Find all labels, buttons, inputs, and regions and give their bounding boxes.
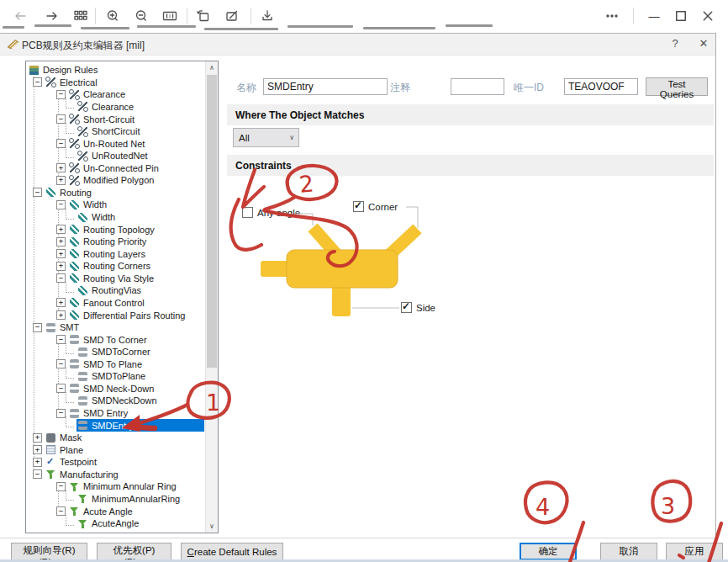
tree-node[interactable]: Manufacturing — [28, 469, 204, 481]
tree-expander[interactable] — [56, 237, 66, 247]
tree-node[interactable]: Plane — [28, 443, 204, 456]
cancel-button[interactable]: 取消 — [600, 543, 657, 560]
scope-dropdown[interactable]: All ∨ — [233, 128, 299, 147]
tree-expander[interactable] — [56, 139, 66, 148]
any-angle-checkbox[interactable] — [242, 207, 253, 218]
unique-id-input[interactable] — [564, 78, 638, 95]
tree-node[interactable]: SMDEntry — [28, 419, 204, 432]
tree-node[interactable]: SMDToCorner — [28, 346, 204, 358]
ok-button[interactable]: 确定 — [520, 543, 577, 560]
tree-node[interactable]: SMD To Plane — [28, 358, 204, 371]
corner-checkbox[interactable] — [353, 201, 364, 212]
more-icon[interactable] — [602, 6, 622, 26]
tree-expander[interactable] — [56, 249, 66, 258]
tree-node[interactable]: SMD To Corner — [28, 333, 204, 346]
tree-expander[interactable] — [56, 90, 66, 99]
tree-node[interactable]: Un-Connected Pin — [28, 162, 204, 175]
download-icon[interactable] — [257, 6, 277, 26]
tree-node[interactable]: Short-Circuit — [28, 113, 204, 125]
side-checkbox[interactable] — [401, 302, 412, 313]
minimize-icon[interactable]: — — [644, 6, 664, 26]
tree-expander[interactable] — [33, 323, 42, 332]
close-window-icon[interactable] — [698, 6, 718, 26]
tree-node[interactable]: SMD Entry — [28, 407, 204, 420]
tree-node[interactable]: Fanout Control — [28, 297, 204, 310]
tree-node[interactable]: Width — [28, 199, 204, 211]
help-button[interactable]: ? — [667, 37, 683, 52]
zoom-in-icon[interactable] — [103, 6, 123, 26]
tree-node[interactable]: SMD Neck-Down — [28, 383, 204, 395]
tree-node[interactable]: Routing Topology — [28, 223, 204, 236]
tree-node[interactable]: RoutingVias — [28, 284, 204, 297]
tree-expander[interactable] — [56, 176, 66, 185]
tree-expander[interactable] — [56, 114, 66, 124]
grid-view-icon[interactable] — [71, 6, 91, 26]
tree-node[interactable]: Mask — [28, 432, 204, 444]
rule-wizard-button[interactable]: 规则向导(R) (R)... — [11, 543, 87, 560]
tree-expander[interactable] — [33, 188, 42, 197]
tree-expander[interactable] — [56, 200, 66, 209]
tree-expander[interactable] — [56, 482, 66, 491]
tree-node[interactable]: Modified Polygon — [28, 174, 204, 187]
tree-expander[interactable] — [56, 310, 66, 320]
tree-node[interactable]: Clearance — [28, 88, 204, 101]
tree-node[interactable]: Width — [28, 211, 204, 224]
scroll-down-icon[interactable]: ∨ — [206, 520, 218, 533]
tree-expander[interactable] — [56, 298, 66, 307]
tree-node[interactable]: Routing Corners — [28, 260, 204, 273]
tree-node[interactable]: Clearance — [28, 101, 204, 114]
name-input[interactable] — [263, 78, 388, 95]
tree-node[interactable]: Acute Angle — [28, 505, 204, 517]
apply-button[interactable]: 应用 — [666, 543, 723, 560]
tree-node[interactable]: Differential Pairs Routing — [28, 309, 204, 321]
tree-node[interactable]: Design Rules — [28, 64, 204, 77]
tree-node[interactable]: SMDToPlane — [28, 370, 204, 383]
scrollbar-thumb[interactable] — [207, 75, 217, 368]
maximize-icon[interactable] — [671, 6, 691, 26]
tree-expander[interactable] — [56, 225, 66, 234]
tree-node[interactable]: MinimumAnnularRing — [28, 493, 204, 506]
tree-node[interactable]: Testpoint — [28, 456, 204, 469]
tree-node[interactable]: Routing Priority — [28, 236, 204, 248]
tree-node[interactable]: Routing Layers — [28, 247, 204, 260]
tree-expander[interactable] — [56, 335, 66, 344]
tree-node[interactable]: AcuteAngle — [28, 517, 204, 530]
tree-node[interactable]: Routing Via Style — [28, 273, 204, 285]
tree-expander[interactable] — [33, 433, 42, 443]
any-angle-option[interactable]: Any angle — [242, 207, 300, 218]
tree-expander[interactable] — [56, 262, 66, 271]
zoom-out-icon[interactable] — [131, 6, 151, 26]
tree-expander[interactable] — [33, 445, 42, 454]
tree-expander[interactable] — [56, 409, 66, 418]
tree-node[interactable]: SMT — [28, 321, 204, 334]
create-default-rules-button[interactable]: Create Default Rules — [181, 543, 283, 560]
tree-expander[interactable] — [56, 163, 66, 172]
side-option[interactable]: Side — [401, 302, 435, 313]
edit-page-icon[interactable] — [222, 6, 242, 26]
rotate-page-icon[interactable] — [193, 6, 214, 26]
tree-scrollbar[interactable]: ∧ ∨ — [205, 61, 218, 533]
corner-option[interactable]: Corner — [353, 201, 398, 212]
tree-node[interactable]: ShortCircuit — [28, 125, 204, 138]
tree-node[interactable]: UnRoutedNet — [28, 150, 204, 162]
dialog-close-button[interactable]: ✕ — [696, 37, 711, 52]
tree-node[interactable]: Routing — [28, 187, 204, 199]
scroll-up-icon[interactable]: ∧ — [206, 61, 218, 74]
comment-input[interactable] — [451, 78, 504, 95]
tree-node[interactable]: Un-Routed Net — [28, 137, 204, 150]
tree-expander[interactable] — [56, 506, 66, 516]
test-queries-button[interactable]: Test Queries — [646, 77, 708, 96]
one-to-one-icon[interactable] — [160, 6, 180, 26]
tree-expander[interactable] — [33, 469, 42, 479]
priorities-button[interactable]: 优先权(P) (P)... — [97, 543, 171, 560]
tree-node[interactable]: Electrical — [28, 77, 204, 89]
back-icon[interactable] — [10, 6, 30, 26]
tree-expander[interactable] — [56, 359, 66, 368]
tree-node[interactable]: Minimum Annular Ring — [28, 480, 204, 493]
tree-expander[interactable] — [33, 77, 42, 87]
tree-expander[interactable] — [56, 273, 66, 283]
forward-icon[interactable] — [42, 6, 62, 26]
tree-expander[interactable] — [33, 458, 42, 467]
tree-node[interactable]: SMDNeckDown — [28, 395, 204, 407]
tree-expander[interactable] — [56, 384, 66, 393]
